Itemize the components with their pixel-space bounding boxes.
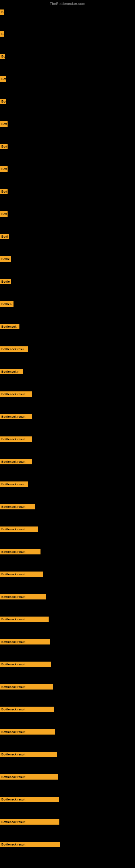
bottleneck-label: Bottleneck result <box>0 571 43 577</box>
bottleneck-row: Bottleneck result <box>0 571 43 577</box>
bottleneck-label: B <box>0 31 4 37</box>
bottleneck-row: Bot <box>0 99 6 104</box>
bottleneck-label: Bottleneck resu <box>0 346 28 352</box>
bottleneck-row: Bott <box>0 211 8 217</box>
bottleneck-row: Bottleneck result <box>0 527 38 532</box>
bottleneck-row: Bottleneck result <box>0 774 58 780</box>
bottleneck-row: Bottleneck result <box>0 436 32 442</box>
bottleneck-row: Bottleneck result <box>0 617 49 622</box>
bottleneck-row: Bottleneck result <box>0 752 57 757</box>
bottleneck-label: Bottleneck <box>0 324 19 329</box>
bottleneck-row: Bottleneck result <box>0 504 35 509</box>
bottleneck-row: Bottleneck resu <box>0 346 28 352</box>
bottleneck-label: Bott <box>0 211 8 217</box>
bottleneck-label: Bottleneck result <box>0 594 46 599</box>
bottleneck-row: Bottleneck result <box>0 842 60 847</box>
bottleneck-row: Bottleneck result <box>0 594 46 599</box>
bottleneck-label: Bottleneck resu <box>0 482 28 487</box>
bottleneck-label: Bottleneck result <box>0 729 55 735</box>
bottleneck-row: Bottleneck result <box>0 392 32 397</box>
bottleneck-label: Bott <box>0 166 8 172</box>
bottleneck-row: Bottle <box>0 279 11 284</box>
bottleneck-label: Bottleneck result <box>0 842 60 847</box>
bottleneck-row: Bott <box>0 144 8 149</box>
bottleneck-label: Bott <box>0 121 8 127</box>
bottleneck-label: Bottleneck result <box>0 392 32 397</box>
bottleneck-label: Bottleneck result <box>0 684 53 689</box>
bottleneck-row: Bot <box>0 76 6 82</box>
bottleneck-row: Bottleneck result <box>0 707 54 712</box>
bottleneck-row: Bottleneck result <box>0 729 55 735</box>
bottleneck-row: Bottleneck resu <box>0 482 28 487</box>
bottleneck-row: Bottleneck result <box>0 549 41 554</box>
bottleneck-row: Bottleneck result <box>0 661 51 667</box>
bottleneck-label: Bottleneck result <box>0 752 57 757</box>
bottleneck-label: Bottleneck result <box>0 774 58 780</box>
bottleneck-label: Bottleneck result <box>0 707 54 712</box>
bottleneck-label: Bo <box>0 54 5 59</box>
bottleneck-label: Bottleneck result <box>0 639 50 645</box>
bottleneck-row: B <box>0 31 4 37</box>
bottleneck-label: Bottleneck result <box>0 504 35 509</box>
bottleneck-label: B <box>0 9 4 15</box>
bottleneck-row: Bottlen <box>0 301 13 307</box>
bottleneck-label: Bottleneck result <box>0 617 49 622</box>
bottleneck-label: Bottle <box>0 256 11 262</box>
bottleneck-row: Bott <box>0 121 8 127</box>
site-title: TheBottlenecker.com <box>0 0 135 7</box>
bottleneck-row: B <box>0 9 4 15</box>
bottleneck-row: Bottleneck result <box>0 414 32 420</box>
bottleneck-label: Bottleneck result <box>0 661 51 667</box>
bottleneck-row: Bottleneck result <box>0 639 50 645</box>
bottleneck-label: Bottleneck result <box>0 549 41 554</box>
bottleneck-label: Bott <box>0 144 8 149</box>
bottleneck-row: Bottle <box>0 256 11 262</box>
bottleneck-label: Bot <box>0 99 6 104</box>
bottleneck-row: Bott <box>0 189 8 194</box>
bottleneck-label: Bottleneck result <box>0 459 32 464</box>
bottleneck-row: Bo <box>0 54 5 59</box>
bottleneck-row: Bottleneck result <box>0 684 53 689</box>
bottleneck-row: Bott <box>0 166 8 172</box>
bottleneck-label: Bottle <box>0 279 11 284</box>
bottleneck-row: Bottl <box>0 234 9 239</box>
bottleneck-label: Bottlen <box>0 301 13 307</box>
bottleneck-row: Bottleneck result <box>0 797 59 802</box>
bottleneck-row: Bottleneck result <box>0 459 32 464</box>
bottleneck-row: Bottleneck result <box>0 819 59 825</box>
bottleneck-row: Bottleneck <box>0 324 19 329</box>
bottleneck-label: Bottl <box>0 234 9 239</box>
bottleneck-label: Bottleneck r <box>0 369 23 374</box>
bottleneck-label: Bott <box>0 189 8 194</box>
bottleneck-label: Bottleneck result <box>0 527 38 532</box>
bottleneck-row: Bottleneck r <box>0 369 23 374</box>
bottleneck-label: Bot <box>0 76 6 82</box>
bottleneck-label: Bottleneck result <box>0 436 32 442</box>
bottleneck-label: Bottleneck result <box>0 819 59 825</box>
bottleneck-label: Bottleneck result <box>0 414 32 420</box>
bottleneck-label: Bottleneck result <box>0 797 59 802</box>
